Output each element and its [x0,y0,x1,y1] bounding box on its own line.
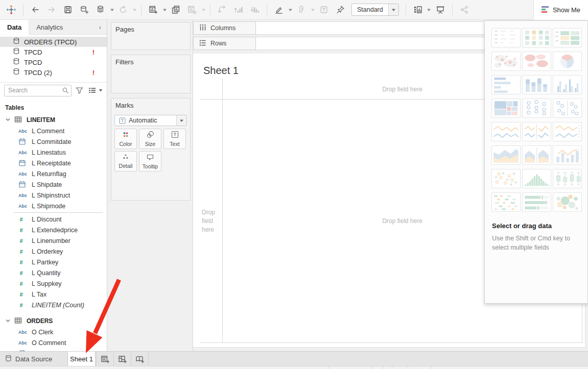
show-me-highlight-table-thumbnail[interactable] [522,28,551,47]
table-header-lineitem[interactable]: LINEITEM [0,114,107,126]
pause-auto-updates-button[interactable] [93,3,108,17]
field-item[interactable]: L Commitdate [0,136,107,147]
show-me-stacked-bars-thumbnail[interactable] [522,75,551,94]
new-story-button[interactable] [131,352,148,366]
field-item[interactable]: Abc L Linestatus [0,147,107,158]
show-me-grid [485,21,587,212]
view-options-icon[interactable] [88,87,96,94]
show-me-side-by-side-bars-thumbnail[interactable] [553,75,582,94]
field-item[interactable]: L Receiptdate [0,158,107,168]
tab-data[interactable]: Data [0,20,29,35]
field-item[interactable]: # L Suppkey [0,278,107,289]
field-item[interactable]: # L Linenumber [0,235,107,246]
new-dashboard-button[interactable] [114,352,131,366]
field-label: L Suppkey [32,280,62,287]
show-me-treemap-thumbnail[interactable] [491,99,521,118]
text-mark-button[interactable]: Text [163,129,186,149]
color-mark-button[interactable]: Color [114,129,137,149]
show-me-scatter-plot-thumbnail[interactable] [491,169,521,188]
caret-down-icon[interactable] [287,3,293,17]
caret-down-icon[interactable] [161,3,168,17]
show-me-dual-lines-thumbnail[interactable] [553,122,582,141]
view-options-caret-icon[interactable] [98,88,103,92]
drop-zone-rows[interactable]: Drop field here [202,208,221,234]
tab-sheet-1[interactable]: Sheet 1 [67,352,96,366]
field-item[interactable]: # L Quantity [0,267,107,278]
highlight-button[interactable] [272,3,286,17]
show-me-symbol-map-thumbnail[interactable] [491,52,521,71]
pages-shelf[interactable]: Pages [111,22,191,50]
row-axis-divider [222,78,223,343]
tab-analytics[interactable]: Analytics [29,20,70,34]
show-me-heat-map-thumbnail[interactable] [553,28,582,47]
field-item[interactable]: Abc L Returnflag [0,168,107,179]
new-worksheet-button[interactable] [146,3,160,17]
field-item[interactable]: Abc L Comment [0,126,107,136]
field-item[interactable]: # LINEITEM (Count) [0,300,107,310]
show-me-packed-bubbles-thumbnail[interactable] [553,192,582,212]
save-button[interactable] [61,3,75,17]
field-label: L Linenumber [32,237,70,244]
field-item[interactable]: Abc L Shipmode [0,201,107,211]
show-me-box-and-whisker-thumbnail[interactable] [553,169,582,188]
new-worksheet-button[interactable] [97,352,113,366]
undo-button[interactable] [28,3,42,17]
presentation-mode-button[interactable] [433,3,448,17]
caret-down-icon [310,3,316,17]
mark-type-dropdown[interactable]: Automatic [114,115,187,126]
show-me-text-table-thumbnail[interactable] [491,28,521,47]
fit-selector-caret-icon[interactable] [388,4,398,15]
chevron-down-icon[interactable] [5,317,11,325]
show-me-continuous-area-thumbnail[interactable] [491,145,521,165]
show-me-histogram-thumbnail[interactable] [522,169,551,188]
datasource-item[interactable]: ORDERS (TPCD) [0,37,107,47]
detail-mark-button[interactable]: Detail [114,151,137,171]
show-me-side-by-side-circles-thumbnail[interactable] [553,99,582,118]
show-me-bullet-graph-thumbnail[interactable] [522,192,551,212]
caret-down-icon[interactable] [109,3,115,17]
show-me-filled-map-thumbnail[interactable] [522,52,551,71]
show-me-pie-chart-thumbnail[interactable] [553,52,582,71]
table-header-orders[interactable]: ORDERS [0,315,107,327]
datasource-item[interactable]: TPCD [0,57,107,67]
number-field-icon: # [18,269,30,277]
field-item[interactable]: # L Discount [0,214,107,225]
show-me-continuous-lines-thumbnail[interactable] [491,122,521,141]
show-hide-cards-button[interactable] [411,3,425,17]
show-me-horizontal-bars-thumbnail[interactable] [491,75,521,94]
datasource-item[interactable]: TPCD! [0,47,107,57]
collapse-pane-icon[interactable]: ‹ [93,20,107,34]
field-item[interactable]: Abc O Clerk [0,327,107,337]
show-me-circle-views-thumbnail[interactable] [522,99,551,118]
show-me-discrete-lines-thumbnail[interactable] [522,122,551,141]
size-mark-button[interactable]: Size [139,129,161,149]
field-item[interactable]: # L Tax [0,289,107,300]
tooltip-mark-button[interactable]: Tooltip [139,151,161,171]
datasource-item[interactable]: TPCD (2)! [0,67,107,78]
filters-shelf[interactable]: Filters [111,55,191,93]
chevron-down-icon[interactable] [5,116,11,124]
field-item[interactable]: # L Orderkey [0,246,107,257]
show-me-button[interactable]: Show Me [533,0,588,20]
caret-down-icon[interactable] [426,3,432,17]
data-pane: Data Analytics ‹ ORDERS (TPCD) TPCD! TPC… [0,20,107,369]
fix-axes-button[interactable] [333,3,347,17]
data-pane-tabs: Data Analytics ‹ [0,20,107,35]
new-data-source-button[interactable] [77,3,91,17]
field-item[interactable]: # L Extendedprice [0,225,107,235]
field-item[interactable]: Abc L Shipinstruct [0,190,107,201]
search-row [0,82,107,98]
fit-selector[interactable]: Standard [351,4,399,16]
field-item[interactable]: # L Partkey [0,257,107,267]
tab-data-source[interactable]: Data Source [5,352,52,366]
show-me-discrete-area-thumbnail[interactable] [522,145,551,165]
show-me-dual-combination-thumbnail[interactable] [553,145,582,165]
mark-type-caret-icon[interactable] [176,115,186,126]
filter-fields-icon[interactable] [75,86,84,94]
swap-rows-columns-button [215,3,229,17]
field-item[interactable]: L Shipdate [0,179,107,190]
show-me-gantt-thumbnail[interactable] [491,192,521,212]
mark-type-value: Automatic [129,117,176,124]
field-item[interactable]: Abc O Comment [0,337,107,348]
duplicate-sheet-button[interactable] [169,3,183,17]
